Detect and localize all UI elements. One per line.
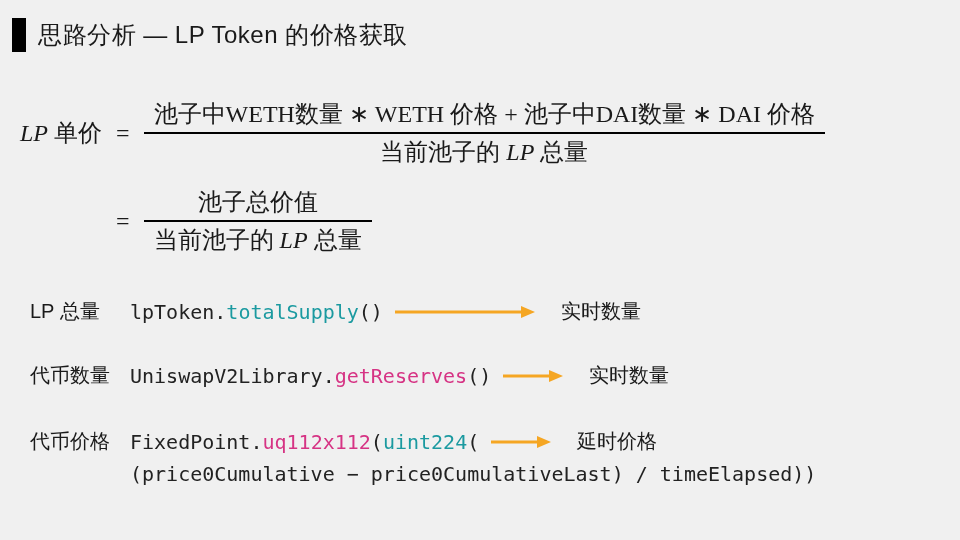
slide-title: 思路分析 — LP Token 的价格获取 [38, 19, 408, 51]
svg-marker-3 [549, 370, 563, 382]
title-row: 思路分析 — LP Token 的价格获取 [12, 18, 408, 52]
arrow-icon [503, 369, 563, 383]
code-snippet: lpToken.totalSupply() [130, 300, 383, 324]
slide: 思路分析 — LP Token 的价格获取 LP 单价 = 池子中WETH数量 … [0, 0, 960, 540]
svg-marker-5 [537, 436, 551, 448]
row-label: 代币价格 [30, 428, 130, 455]
fraction-2: 池子总价值 当前池子的 LP 总量 [144, 184, 372, 258]
title-accent-bar [12, 18, 26, 52]
arrow-icon [491, 435, 551, 449]
row-label: 代币数量 [30, 362, 130, 389]
equals-sign-2: = [112, 208, 134, 235]
row-result: 延时价格 [577, 428, 657, 455]
row-result: 实时数量 [561, 298, 641, 325]
code-continuation: (price0Cumulative − price0CumulativeLast… [130, 462, 816, 486]
fraction-2-denominator: 当前池子的 LP 总量 [144, 222, 372, 258]
code-snippet: UniswapV2Library.getReserves() [130, 364, 491, 388]
equals-sign: = [112, 120, 134, 147]
row-result: 实时数量 [589, 362, 669, 389]
arrow-icon [395, 305, 535, 319]
code-snippet: FixedPoint.uq112x112(uint224( [130, 430, 479, 454]
fraction-1-denominator: 当前池子的 LP 总量 [370, 134, 598, 170]
formula-line-1: LP 单价 = 池子中WETH数量 ∗ WETH 价格 + 池子中DAI数量 ∗… [20, 96, 825, 170]
fraction-2-numerator: 池子总价值 [188, 184, 328, 220]
code-row-lp-total: LP 总量 lpToken.totalSupply() 实时数量 [30, 298, 641, 325]
row-label: LP 总量 [30, 298, 130, 325]
formula-line-2: = 池子总价值 当前池子的 LP 总量 [112, 184, 372, 258]
fraction-1-numerator: 池子中WETH数量 ∗ WETH 价格 + 池子中DAI数量 ∗ DAI 价格 [144, 96, 825, 132]
code-row-token-price: 代币价格 FixedPoint.uq112x112(uint224( 延时价格 [30, 428, 657, 455]
code-row-token-qty: 代币数量 UniswapV2Library.getReserves() 实时数量 [30, 362, 669, 389]
svg-marker-1 [521, 306, 535, 318]
fraction-1: 池子中WETH数量 ∗ WETH 价格 + 池子中DAI数量 ∗ DAI 价格 … [144, 96, 825, 170]
formula-lhs: LP 单价 [20, 117, 102, 149]
